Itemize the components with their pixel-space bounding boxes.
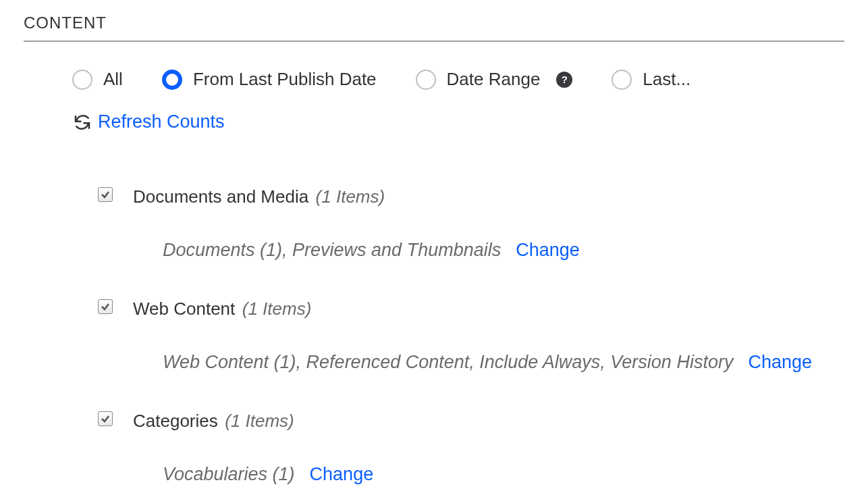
content-item-header: Categories (1 Items): [98, 411, 844, 432]
radio-date-range[interactable]: Date Range ?: [416, 69, 573, 90]
content-item-count: (1 Items): [225, 411, 294, 431]
checkbox[interactable]: [98, 187, 113, 202]
radio-label: All: [103, 69, 123, 90]
change-link[interactable]: Change: [310, 464, 374, 485]
change-link[interactable]: Change: [748, 352, 812, 373]
radio-icon: [612, 70, 632, 90]
change-link[interactable]: Change: [516, 240, 580, 261]
filter-radio-group: All From Last Publish Date Date Range ? …: [24, 69, 844, 90]
radio-all[interactable]: All: [72, 69, 123, 90]
content-item-web-content: Web Content (1 Items) Web Content (1), R…: [98, 299, 844, 373]
refresh-counts[interactable]: Refresh Counts: [24, 111, 844, 132]
content-item-count: (1 Items): [242, 299, 312, 319]
radio-icon: [72, 70, 92, 90]
radio-label: From Last Publish Date: [193, 69, 377, 90]
content-item-detail: Web Content (1), Referenced Content, Inc…: [163, 352, 733, 373]
content-item-detail-row: Documents (1), Previews and Thumbnails C…: [98, 240, 844, 261]
radio-from-last-publish[interactable]: From Last Publish Date: [162, 69, 377, 90]
content-item-categories: Categories (1 Items) Vocabularies (1) Ch…: [98, 411, 844, 485]
content-item-detail-row: Web Content (1), Referenced Content, Inc…: [98, 352, 844, 373]
checkbox[interactable]: [98, 411, 113, 426]
content-item-count: (1 Items): [316, 186, 385, 207]
section-divider: [24, 41, 844, 42]
content-item-detail: Documents (1), Previews and Thumbnails: [163, 240, 501, 261]
content-item-detail-row: Vocabularies (1) Change: [98, 464, 844, 485]
content-items-list: Documents and Media (1 Items) Documents …: [24, 186, 844, 485]
radio-icon: [416, 70, 436, 90]
content-item-header: Documents and Media (1 Items): [98, 186, 844, 207]
radio-label: Last...: [643, 69, 690, 90]
help-icon[interactable]: ?: [556, 72, 572, 88]
radio-icon-selected: [162, 70, 182, 90]
content-item-name: Categories: [133, 411, 218, 431]
content-item-documents-media: Documents and Media (1 Items) Documents …: [98, 186, 844, 261]
refresh-link[interactable]: Refresh Counts: [98, 111, 225, 132]
section-title: CONTENT: [24, 14, 844, 41]
content-item-name: Documents and Media: [133, 186, 308, 207]
content-item-name: Web Content: [133, 299, 235, 319]
radio-last[interactable]: Last...: [612, 69, 690, 90]
checkbox[interactable]: [98, 299, 113, 314]
content-item-header: Web Content (1 Items): [98, 299, 844, 319]
content-item-detail: Vocabularies (1): [163, 464, 295, 485]
refresh-icon: [72, 112, 92, 132]
radio-label: Date Range: [447, 69, 541, 90]
